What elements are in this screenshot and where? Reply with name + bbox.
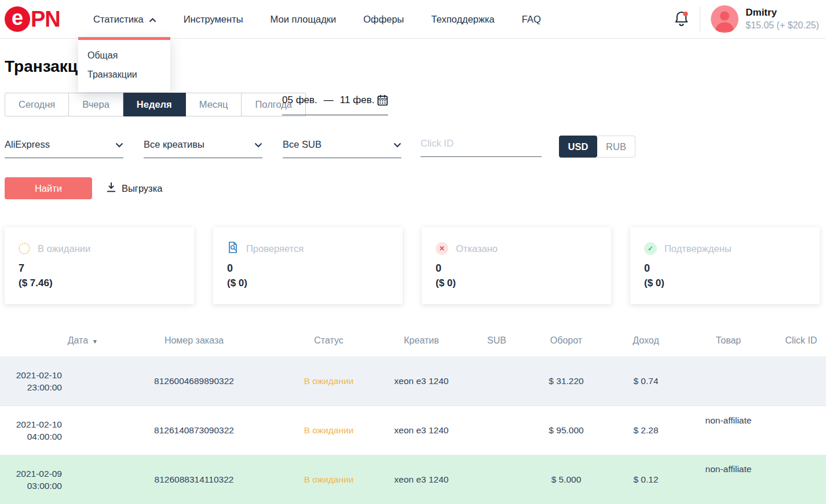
sub-select[interactable]: Все SUB [283, 139, 401, 158]
cell-date: 2021-02-0903:00:00 [0, 468, 101, 492]
currency-toggle: USDRUB [559, 136, 635, 158]
date-to: 11 фев. [340, 94, 375, 106]
nav-item-offers[interactable]: Офферы [363, 14, 404, 25]
column-header-label: Товар [716, 335, 741, 345]
period-button-1[interactable]: Вчера [69, 93, 123, 116]
date-separator: — [324, 94, 334, 106]
column-header-label: Креатив [404, 335, 438, 345]
logo-letter-e: e [5, 6, 30, 32]
currency-button-usd[interactable]: USD [559, 136, 597, 158]
top-bar: e PN СтатистикаИнструментыМои площадкиОф… [0, 0, 826, 39]
clickid-input[interactable] [421, 138, 542, 157]
card-label: Проверяется [246, 243, 304, 254]
cell-creative: xeon e3 1240 [371, 474, 472, 485]
column-header-clickid: Click ID [776, 335, 826, 346]
offer-select-value: AliExpress [5, 139, 50, 150]
user-balance: $15.05 (+ $20.25) [745, 20, 819, 31]
cell-time-value: 04:00:00 [0, 430, 62, 443]
chevron-down-icon [254, 139, 262, 150]
table-row: 2021-02-1023:00:008126004689890322В ожид… [0, 356, 826, 406]
user-menu[interactable]: Dmitry $15.05 (+ $20.25) [745, 7, 819, 31]
notifications-button[interactable] [674, 9, 689, 30]
nav-item-my-sites[interactable]: Мои площадки [271, 14, 337, 25]
summary-cards: В ожидании7($ 7.46)Проверяется0($ 0)✕Отк… [5, 227, 820, 304]
summary-card-3: ✓Подтверждены0($ 0) [630, 227, 820, 304]
card-count: 0 [644, 262, 806, 274]
cell-income: $ 0.74 [611, 376, 681, 386]
column-header-label: Доход [633, 335, 659, 345]
sub-select-value: Все SUB [283, 139, 321, 150]
date-from: 05 фев. [282, 94, 317, 106]
card-count: 0 [227, 262, 389, 274]
nav-item-support[interactable]: Техподдержка [431, 14, 494, 25]
cell-turnover: $ 5.000 [521, 474, 611, 485]
main-nav: СтатистикаИнструментыМои площадкиОфферыТ… [93, 14, 568, 25]
creative-select[interactable]: Все креативы [144, 139, 262, 158]
cell-order: 8126140873090322 [101, 425, 287, 436]
pending-spinner-icon [19, 243, 30, 254]
card-count: 7 [19, 262, 180, 274]
topbar-divider [700, 6, 700, 32]
column-header-income: Доход [611, 335, 681, 346]
offer-select[interactable]: AliExpress [5, 139, 123, 158]
card-count: 0 [436, 262, 597, 274]
period-button-3[interactable]: Месяц [186, 93, 242, 116]
cell-date-value: 2021-02-09 [0, 468, 62, 480]
date-range-picker[interactable]: 05 фев. — 11 фев. [282, 94, 388, 115]
topbar-right: Dmitry $15.05 (+ $20.25) [674, 5, 826, 33]
summary-card-1: Проверяется0($ 0) [213, 227, 403, 304]
card-amount: ($ 0) [436, 277, 597, 289]
calendar-icon[interactable] [377, 94, 388, 106]
column-header-label: Оборот [550, 335, 582, 345]
nav-item-faq[interactable]: FAQ [522, 14, 541, 25]
avatar-person-icon [711, 5, 739, 33]
search-button[interactable]: Найти [5, 177, 92, 199]
export-button[interactable]: Выгрузка [107, 182, 162, 195]
statistics-dropdown: ОбщаяТранзакции [78, 37, 170, 92]
column-header-product: Товар [681, 335, 776, 346]
cross-circle-icon: ✕ [436, 242, 448, 255]
cell-order: 8126088314110322 [101, 474, 287, 485]
cell-product [681, 356, 776, 366]
cell-product: non-affiliate [681, 455, 776, 474]
cell-date: 2021-02-1023:00:00 [0, 369, 101, 393]
nav-item-tools[interactable]: Инструменты [184, 14, 243, 25]
summary-card-0: В ожидании7($ 7.46) [5, 227, 194, 304]
cell-date-value: 2021-02-10 [0, 369, 62, 381]
column-header-creative: Креатив [371, 335, 472, 346]
cell-creative: xeon e3 1240 [371, 425, 472, 436]
dropdown-item-obschaya[interactable]: Общая [78, 46, 170, 65]
period-button-2[interactable]: Неделя [123, 93, 186, 116]
column-header-date[interactable]: Дата▼ [0, 335, 101, 346]
cell-product: non-affiliate [681, 406, 776, 426]
clickid-field-wrap [421, 138, 542, 157]
logo-text-pn: PN [31, 7, 60, 32]
card-amount: ($ 0) [227, 277, 389, 289]
column-header-label: Click ID [785, 335, 817, 345]
cell-status: В ожидании [287, 376, 371, 386]
cell-status: В ожидании [287, 474, 371, 485]
currency-button-rub[interactable]: RUB [597, 136, 635, 158]
table-header-row: Дата▼Номер заказаСтатусКреативSUBОборотД… [0, 324, 826, 356]
column-header-turnover: Оборот [521, 335, 611, 346]
card-amount: ($ 0) [644, 277, 806, 289]
column-header-sub: SUB [472, 335, 521, 346]
dropdown-item-tranzakcii[interactable]: Транзакции [78, 65, 170, 84]
nav-item-statistics[interactable]: Статистика [93, 14, 156, 25]
chevron-down-icon [115, 139, 123, 150]
chevron-down-icon [393, 139, 401, 150]
column-header-label: SUB [487, 335, 506, 345]
creative-select-value: Все креативы [144, 139, 204, 150]
avatar[interactable] [711, 5, 739, 33]
table-body: 2021-02-1023:00:008126004689890322В ожид… [0, 356, 826, 504]
column-header-label: Статус [314, 335, 343, 345]
card-top: Проверяется [227, 242, 389, 255]
card-top: В ожидании [19, 242, 180, 255]
card-top: ✓Подтверждены [644, 242, 806, 255]
chevron-up-icon [149, 14, 156, 25]
cell-order: 8126004689890322 [101, 376, 287, 386]
epn-logo[interactable]: e PN [5, 6, 75, 32]
cell-turnover: $ 31.220 [521, 376, 611, 386]
check-circle-icon: ✓ [644, 242, 657, 255]
period-button-0[interactable]: Сегодня [5, 93, 69, 116]
